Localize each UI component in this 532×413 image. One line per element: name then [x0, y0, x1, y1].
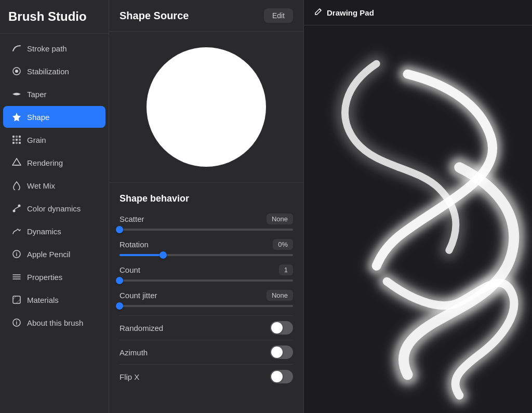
svg-rect-6 — [16, 139, 18, 141]
sidebar-label-materials: Materials — [27, 296, 59, 304]
azimuth-label: Azimuth — [119, 348, 148, 357]
section-title: Shape behavior — [119, 193, 293, 204]
sidebar-item-wet-mix[interactable]: Wet Mix — [3, 175, 105, 196]
svg-point-14 — [18, 205, 21, 207]
sidebar-label-shape: Shape — [27, 113, 49, 122]
sidebar-nav: Stroke path Stabilization Taper — [0, 34, 109, 337]
scatter-slider-row: Scatter None — [119, 214, 293, 231]
scatter-label: Scatter — [119, 215, 144, 223]
count-jitter-label: Count jitter — [119, 291, 157, 300]
svg-rect-2 — [12, 136, 15, 138]
sidebar-item-dynamics[interactable]: Dynamics — [3, 220, 105, 242]
drawing-pad-title: Drawing Pad — [327, 8, 374, 17]
main-panel: Shape Source Edit Shape behavior Scatter… — [109, 0, 304, 413]
svg-marker-11 — [12, 158, 21, 165]
sidebar-item-stroke-path[interactable]: Stroke path — [3, 37, 105, 59]
flip-x-toggle-knob — [271, 371, 283, 382]
azimuth-toggle-knob — [271, 347, 283, 358]
rotation-track — [119, 254, 293, 256]
app-title: Brush Studio — [0, 0, 109, 34]
azimuth-toggle[interactable] — [270, 345, 293, 359]
svg-rect-10 — [19, 142, 21, 144]
edit-button[interactable]: Edit — [264, 8, 293, 23]
sidebar-label-dynamics: Dynamics — [27, 227, 61, 236]
sidebar-label-grain: Grain — [27, 136, 46, 144]
sidebar-item-color-dynamics[interactable]: Color dynamics — [3, 197, 105, 219]
sidebar-item-apple-pencil[interactable]: i Apple Pencil — [3, 243, 105, 265]
randomized-toggle[interactable] — [270, 321, 293, 335]
sidebar-label-stroke-path: Stroke path — [27, 44, 67, 53]
sidebar-label-taper: Taper — [27, 90, 47, 99]
svg-rect-8 — [12, 142, 15, 144]
svg-rect-3 — [16, 136, 18, 138]
behavior-section: Shape behavior Scatter None Rotation 0% — [109, 183, 303, 397]
rendering-icon — [11, 157, 22, 168]
drawing-pad-header: Drawing Pad — [304, 0, 532, 25]
sidebar-label-stabilization: Stabilization — [27, 67, 69, 76]
main-header: Shape Source Edit — [109, 0, 303, 32]
sidebar-item-materials[interactable]: Materials — [3, 289, 105, 311]
sidebar-label-rendering: Rendering — [27, 158, 63, 167]
flip-x-label: Flip X — [119, 372, 139, 381]
grain-icon — [11, 135, 22, 145]
sidebar-label-apple-pencil: Apple Pencil — [27, 250, 70, 259]
randomized-toggle-row: Randomized — [119, 315, 293, 340]
about-brush-icon: i — [11, 317, 22, 328]
randomized-toggle-knob — [271, 322, 283, 334]
sidebar-item-rendering[interactable]: Rendering — [3, 152, 105, 174]
drawing-pad-icon — [314, 7, 323, 18]
count-jitter-value: None — [267, 290, 293, 301]
apple-pencil-icon: i — [11, 249, 22, 259]
sidebar-label-properties: Properties — [27, 273, 62, 282]
scatter-track — [119, 229, 293, 231]
flip-x-toggle-row: Flip X — [119, 364, 293, 389]
rotation-slider-row: Rotation 0% — [119, 239, 293, 256]
sidebar-item-about-brush[interactable]: i About this brush — [3, 312, 105, 334]
shape-preview-area — [109, 32, 303, 183]
svg-rect-5 — [12, 139, 15, 141]
sidebar-label-wet-mix: Wet Mix — [27, 181, 55, 190]
svg-rect-7 — [19, 139, 21, 141]
properties-icon — [11, 272, 22, 282]
shape-icon — [11, 112, 22, 122]
brush-stroke-svg — [304, 25, 532, 413]
azimuth-toggle-row: Azimuth — [119, 340, 293, 364]
sidebar-label-color-dynamics: Color dynamics — [27, 204, 81, 213]
color-dynamics-icon — [11, 203, 22, 214]
sidebar-item-stabilization[interactable]: Stabilization — [3, 60, 105, 82]
sidebar: Brush Studio Stroke path Stabilization — [0, 0, 109, 413]
scatter-value: None — [267, 214, 293, 224]
flip-x-toggle[interactable] — [270, 370, 293, 383]
shape-circle — [147, 47, 266, 167]
wet-mix-icon — [11, 180, 22, 191]
count-jitter-slider-row: Count jitter None — [119, 290, 293, 307]
dynamics-icon — [11, 226, 22, 236]
count-jitter-track — [119, 305, 293, 307]
rotation-label: Rotation — [119, 240, 149, 249]
svg-point-1 — [15, 70, 18, 73]
sidebar-item-shape[interactable]: Shape — [3, 106, 105, 128]
count-value: 1 — [279, 264, 293, 275]
stabilization-icon — [11, 66, 22, 76]
count-slider-row: Count 1 — [119, 264, 293, 282]
sidebar-item-taper[interactable]: Taper — [3, 83, 105, 105]
drawing-pad-canvas[interactable] — [304, 25, 532, 413]
svg-rect-20 — [13, 296, 20, 303]
stroke-path-icon — [11, 43, 22, 54]
materials-icon — [11, 295, 22, 305]
sidebar-item-grain[interactable]: Grain — [3, 129, 105, 151]
panel-title: Shape Source — [119, 10, 189, 22]
svg-point-13 — [13, 210, 16, 212]
svg-text:i: i — [16, 251, 18, 257]
drawing-pad: Drawing Pad — [304, 0, 532, 413]
sidebar-item-properties[interactable]: Properties — [3, 266, 105, 288]
sidebar-label-about-brush: About this brush — [27, 318, 83, 327]
svg-rect-9 — [16, 142, 18, 144]
svg-text:i: i — [16, 320, 18, 326]
count-track — [119, 279, 293, 282]
svg-rect-4 — [19, 136, 21, 138]
taper-icon — [11, 89, 22, 99]
count-label: Count — [119, 265, 140, 274]
randomized-label: Randomized — [119, 324, 163, 332]
rotation-value: 0% — [273, 239, 293, 250]
